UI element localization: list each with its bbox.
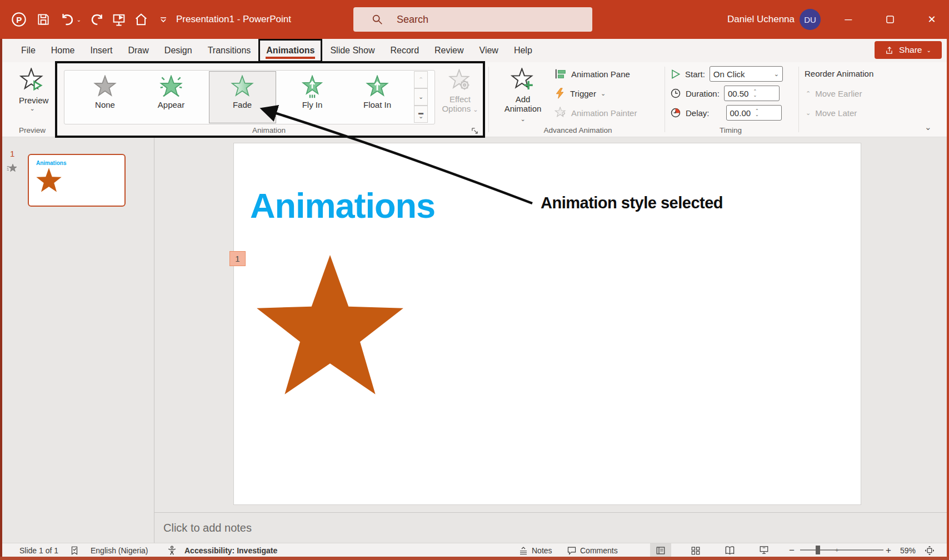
share-chevron-icon[interactable]: ⌄ [926,47,931,53]
gallery-expand-button[interactable]: ▬⌄ [414,106,428,123]
duration-input[interactable]: 00.50 ⌃⌄ [724,86,780,101]
powerpoint-window: P ⌄ Presentation1 - PowerPoint Search Da… [0,0,949,560]
tab-animations[interactable]: Animations [258,39,322,62]
quick-access-chevron-icon[interactable] [151,0,176,39]
appear-star-icon [159,75,183,98]
tab-insert[interactable]: Insert [82,39,120,62]
move-later-button[interactable]: ⌄ Move Later [806,105,857,121]
animation-option-none[interactable]: None [74,72,136,122]
home-icon[interactable] [129,0,153,39]
animation-option-float-in[interactable]: Float In [347,72,408,122]
thumbnail-title: Animations [36,160,66,166]
slide-sorter-view-button[interactable] [685,543,706,557]
reorder-animation-label: Reorder Animation [805,69,873,78]
start-dropdown[interactable]: On Click ⌄ [710,66,783,82]
fade-star-icon [231,75,254,98]
duration-icon [670,88,681,99]
animation-option-fade[interactable]: Fade [212,72,273,122]
maximize-button[interactable] [877,0,903,39]
move-later-chevron-icon: ⌄ [806,109,811,117]
window-border-right [947,39,949,557]
duration-spinner[interactable]: ⌃⌄ [753,89,757,97]
slide-indicator[interactable]: Slide 1 of 1 [19,543,58,557]
notes-toggle-button[interactable]: Notes [518,543,552,557]
animation-pane-icon [555,68,567,80]
comments-button[interactable]: Comments [567,543,618,557]
tab-record[interactable]: Record [382,39,427,62]
animation-dialog-launcher-icon[interactable] [471,127,478,137]
window-border-bottom [0,557,949,560]
animation-indicator-icon[interactable] [6,162,17,176]
tab-help[interactable]: Help [506,39,540,62]
group-label-preview: Preview [6,126,59,134]
zoom-in-button[interactable]: + [886,543,891,557]
effect-options-icon [448,69,472,92]
share-button[interactable]: Share ⌄ [875,41,942,59]
tab-slide-show[interactable]: Slide Show [322,39,382,62]
slide-title[interactable]: Animations [250,186,435,226]
tab-design[interactable]: Design [157,39,200,62]
tab-transitions[interactable]: Transitions [200,39,259,62]
gallery-scroll-down-button[interactable]: ⌄ [414,88,428,106]
tab-home[interactable]: Home [43,39,83,62]
account-name[interactable]: Daniel Uchenna [717,0,795,39]
normal-view-button[interactable] [650,543,671,557]
slide-star-shape[interactable] [249,251,411,399]
avatar[interactable]: DU [800,9,821,30]
minimize-button[interactable]: ─ [835,0,862,39]
svg-text:P: P [16,15,22,24]
window-border-left [0,39,2,557]
effect-options-button[interactable]: Effect Options ⌄ [440,69,480,113]
reading-view-button[interactable] [719,543,740,557]
tab-draw[interactable]: Draw [120,39,156,62]
undo-chevron-icon[interactable]: ⌄ [77,17,81,23]
move-earlier-chevron-icon: ⌃ [806,90,811,97]
move-earlier-button[interactable]: ⌃ Move Earlier [806,86,862,101]
collapse-ribbon-chevron-icon[interactable]: ⌄ [925,122,932,132]
save-icon[interactable] [31,0,56,39]
zoom-out-button[interactable]: − [789,543,795,557]
zoom-slider-thumb[interactable] [816,546,820,554]
tab-file[interactable]: File [13,39,43,62]
accessibility-status[interactable]: Accessibility: Investigate [184,543,277,557]
delay-icon [670,107,681,118]
animation-option-fly-in[interactable]: Fly In [282,72,343,122]
spellcheck-icon[interactable] [69,543,79,557]
notes-placeholder: Click to add notes [163,522,252,534]
duration-row: Duration: 00.50 ⌃⌄ [670,86,780,101]
trigger-button[interactable]: Trigger ⌄ [555,86,606,101]
add-animation-button[interactable]: Add Animation ⌄ [502,68,543,123]
slide-thumbnail[interactable]: Animations [28,154,126,207]
delay-spinner[interactable]: ⌃⌄ [755,109,759,117]
zoom-slider-track[interactable] [800,549,883,551]
preview-button[interactable]: Preview ⌄ [19,68,46,112]
powerpoint-logo-icon[interactable]: P [7,0,31,39]
language-indicator[interactable]: English (Nigeria) [91,543,148,557]
zoom-level[interactable]: 59% [900,543,916,557]
tab-review[interactable]: Review [427,39,471,62]
start-slideshow-icon[interactable] [107,0,131,39]
close-button[interactable]: ✕ [918,0,945,39]
animation-order-badge[interactable]: 1 [229,251,246,266]
fit-slide-to-window-button[interactable] [925,543,935,557]
animation-gallery: None Appear Fade Fly In Float In ⌃ ⌄ [64,70,435,124]
tab-view[interactable]: View [472,39,506,62]
search-placeholder: Search [397,14,428,26]
notes-toggle-icon [518,546,528,555]
delay-input[interactable]: 00.00 ⌃⌄ [726,105,782,121]
title-bar: P ⌄ Presentation1 - PowerPoint Search Da… [0,0,949,39]
redo-icon[interactable] [84,0,109,39]
document-title: Presentation1 - PowerPoint [176,0,291,39]
animation-painter-button[interactable]: Animation Painter [555,105,637,121]
undo-icon[interactable]: ⌄ [56,0,84,39]
notes-pane[interactable]: Click to add notes [154,512,949,543]
gallery-scroll-up-button[interactable]: ⌃ [414,71,428,88]
search-input[interactable]: Search [353,7,592,32]
animation-pane-button[interactable]: Animation Pane [555,66,630,82]
ribbon-tab-row: File Home Insert Draw Design Transitions… [0,39,949,62]
slide-canvas[interactable]: Animations 1 [233,143,861,505]
animation-option-appear[interactable]: Appear [141,72,202,122]
slideshow-view-button[interactable] [753,543,775,557]
accessibility-icon[interactable] [167,543,177,557]
start-dropdown-chevron-icon: ⌄ [774,71,779,78]
